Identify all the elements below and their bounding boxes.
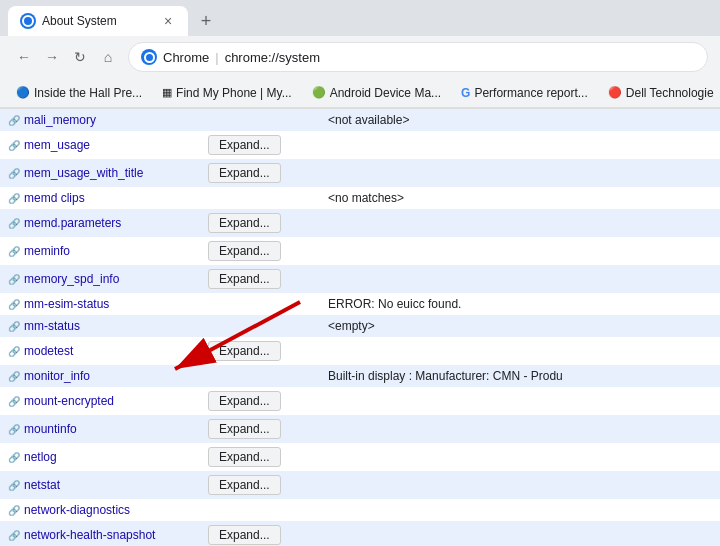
- key-cell-2[interactable]: 🔗mem_usage_with_title: [0, 159, 200, 187]
- expand-button-5[interactable]: Expand...: [208, 241, 281, 261]
- expand-button-13[interactable]: Expand...: [208, 447, 281, 467]
- link-icon-5: 🔗: [8, 246, 20, 257]
- key-label-0: mali_memory: [24, 113, 96, 127]
- key-link-16[interactable]: 🔗network-health-snapshot: [8, 528, 192, 542]
- key-label-1: mem_usage: [24, 138, 90, 152]
- bookmark-item-4[interactable]: 🔴 Dell Technologie: [600, 84, 720, 102]
- expand-button-6[interactable]: Expand...: [208, 269, 281, 289]
- key-label-16: network-health-snapshot: [24, 528, 155, 542]
- address-bar: ← → ↻ ⌂ Chrome | chrome://system: [0, 36, 720, 78]
- key-cell-9[interactable]: 🔗modetest: [0, 337, 200, 365]
- reload-button[interactable]: ↻: [68, 45, 92, 69]
- key-link-15[interactable]: 🔗network-diagnostics: [8, 503, 192, 517]
- key-link-4[interactable]: 🔗memd.parameters: [8, 216, 192, 230]
- key-cell-4[interactable]: 🔗memd.parameters: [0, 209, 200, 237]
- new-tab-button[interactable]: +: [192, 7, 220, 35]
- key-label-10: monitor_info: [24, 369, 90, 383]
- key-cell-0[interactable]: 🔗mali_memory: [0, 109, 200, 131]
- key-link-8[interactable]: 🔗mm-status: [8, 319, 192, 333]
- bookmark-item-0[interactable]: 🔵 Inside the Hall Pre...: [8, 84, 150, 102]
- key-cell-3[interactable]: 🔗memd clips: [0, 187, 200, 209]
- key-cell-7[interactable]: 🔗mm-esim-status: [0, 293, 200, 315]
- key-cell-6[interactable]: 🔗memory_spd_info: [0, 265, 200, 293]
- key-link-9[interactable]: 🔗modetest: [8, 344, 192, 358]
- key-label-5: meminfo: [24, 244, 70, 258]
- btn-cell-11: Expand...: [200, 387, 320, 415]
- expand-button-14[interactable]: Expand...: [208, 475, 281, 495]
- key-link-7[interactable]: 🔗mm-esim-status: [8, 297, 192, 311]
- key-link-2[interactable]: 🔗mem_usage_with_title: [8, 166, 192, 180]
- page-content: 🔗mali_memory<not available>🔗mem_usageExp…: [0, 109, 720, 546]
- expand-button-1[interactable]: Expand...: [208, 135, 281, 155]
- expand-button-12[interactable]: Expand...: [208, 419, 281, 439]
- url-path: chrome://system: [225, 50, 320, 65]
- key-cell-5[interactable]: 🔗meminfo: [0, 237, 200, 265]
- key-link-0[interactable]: 🔗mali_memory: [8, 113, 192, 127]
- key-label-2: mem_usage_with_title: [24, 166, 143, 180]
- back-button[interactable]: ←: [12, 45, 36, 69]
- btn-cell-9: Expand...: [200, 337, 320, 365]
- bookmark-item-2[interactable]: 🟢 Android Device Ma...: [304, 84, 449, 102]
- table-row: 🔗monitor_infoBuilt-in display : Manufact…: [0, 365, 720, 387]
- key-link-11[interactable]: 🔗mount-encrypted: [8, 394, 192, 408]
- key-link-1[interactable]: 🔗mem_usage: [8, 138, 192, 152]
- tab-close-button[interactable]: ×: [160, 13, 176, 29]
- link-icon-11: 🔗: [8, 396, 20, 407]
- expand-button-9[interactable]: Expand...: [208, 341, 281, 361]
- key-cell-13[interactable]: 🔗netlog: [0, 443, 200, 471]
- forward-button[interactable]: →: [40, 45, 64, 69]
- key-cell-8[interactable]: 🔗mm-status: [0, 315, 200, 337]
- url-site: Chrome: [163, 50, 209, 65]
- link-icon-9: 🔗: [8, 346, 20, 357]
- bookmark-item-1[interactable]: ▦ Find My Phone | My...: [154, 84, 300, 102]
- key-link-5[interactable]: 🔗meminfo: [8, 244, 192, 258]
- expand-button-16[interactable]: Expand...: [208, 525, 281, 545]
- key-link-14[interactable]: 🔗netstat: [8, 478, 192, 492]
- key-cell-11[interactable]: 🔗mount-encrypted: [0, 387, 200, 415]
- value-cell-5: [320, 237, 720, 265]
- bookmark-icon-3: G: [461, 86, 470, 100]
- key-cell-1[interactable]: 🔗mem_usage: [0, 131, 200, 159]
- key-label-11: mount-encrypted: [24, 394, 114, 408]
- link-icon-8: 🔗: [8, 321, 20, 332]
- key-cell-15[interactable]: 🔗network-diagnostics: [0, 499, 200, 521]
- link-icon-2: 🔗: [8, 168, 20, 179]
- expand-button-11[interactable]: Expand...: [208, 391, 281, 411]
- home-button[interactable]: ⌂: [96, 45, 120, 69]
- key-link-10[interactable]: 🔗monitor_info: [8, 369, 192, 383]
- url-bar[interactable]: Chrome | chrome://system: [128, 42, 708, 72]
- tab-favicon: [20, 13, 36, 29]
- value-cell-7: ERROR: No euicc found.: [320, 293, 720, 315]
- key-link-13[interactable]: 🔗netlog: [8, 450, 192, 464]
- key-label-3: memd clips: [24, 191, 85, 205]
- value-cell-2: [320, 159, 720, 187]
- bookmark-label-1: Find My Phone | My...: [176, 86, 292, 100]
- bookmark-label-3: Performance report...: [474, 86, 587, 100]
- table-row: 🔗network-diagnostics: [0, 499, 720, 521]
- link-icon-16: 🔗: [8, 530, 20, 541]
- link-icon-4: 🔗: [8, 218, 20, 229]
- key-cell-10[interactable]: 🔗monitor_info: [0, 365, 200, 387]
- table-row: 🔗modetestExpand...: [0, 337, 720, 365]
- link-icon-7: 🔗: [8, 299, 20, 310]
- tab-bar: About System × +: [0, 0, 720, 36]
- btn-cell-3: [200, 187, 320, 209]
- key-cell-16[interactable]: 🔗network-health-snapshot: [0, 521, 200, 546]
- tab-title: About System: [42, 14, 154, 28]
- active-tab[interactable]: About System ×: [8, 6, 188, 36]
- bookmarks-bar: 🔵 Inside the Hall Pre... ▦ Find My Phone…: [0, 78, 720, 108]
- table-row: 🔗mem_usageExpand...: [0, 131, 720, 159]
- bookmark-item-3[interactable]: G Performance report...: [453, 84, 596, 102]
- expand-button-2[interactable]: Expand...: [208, 163, 281, 183]
- expand-button-4[interactable]: Expand...: [208, 213, 281, 233]
- key-label-8: mm-status: [24, 319, 80, 333]
- url-favicon-icon: [141, 49, 157, 65]
- key-cell-12[interactable]: 🔗mountinfo: [0, 415, 200, 443]
- bookmark-icon-0: 🔵: [16, 86, 30, 99]
- key-link-6[interactable]: 🔗memory_spd_info: [8, 272, 192, 286]
- key-link-3[interactable]: 🔗memd clips: [8, 191, 192, 205]
- system-table: 🔗mali_memory<not available>🔗mem_usageExp…: [0, 109, 720, 546]
- key-cell-14[interactable]: 🔗netstat: [0, 471, 200, 499]
- link-icon-1: 🔗: [8, 140, 20, 151]
- key-link-12[interactable]: 🔗mountinfo: [8, 422, 192, 436]
